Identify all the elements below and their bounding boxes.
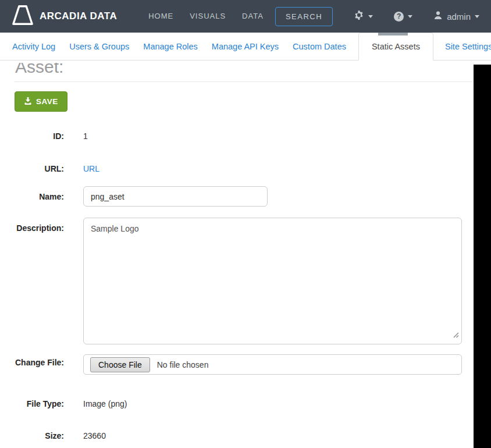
asset-form: ID: 1 URL: URL Name: Description: Sample… xyxy=(15,130,473,442)
url-row: URL: URL xyxy=(15,163,473,175)
title-divider xyxy=(15,81,473,82)
tab-activity-log[interactable]: Activity Log xyxy=(5,33,62,60)
gear-icon xyxy=(354,10,364,23)
id-row: ID: 1 xyxy=(15,130,473,142)
url-label: URL: xyxy=(15,163,64,175)
file-type-label: File Type: xyxy=(15,398,64,410)
asset-detail-panel: Asset: SAVE ID: 1 URL: URL Name: Descrip… xyxy=(0,61,491,442)
brand-name: ARCADIA DATA xyxy=(40,10,117,22)
description-textarea[interactable]: Sample Logo xyxy=(83,218,462,344)
size-row: Size: 23660 xyxy=(15,430,473,442)
brand[interactable]: ARCADIA DATA xyxy=(12,3,117,29)
arcadia-logo-icon xyxy=(12,3,34,29)
url-link[interactable]: URL xyxy=(83,163,99,175)
nav-item-home[interactable]: HOME xyxy=(140,0,182,33)
tab-site-settings[interactable]: Site Settings xyxy=(438,33,491,60)
name-row: Name: xyxy=(15,186,473,207)
tab-manage-roles[interactable]: Manage Roles xyxy=(136,33,205,60)
id-value: 1 xyxy=(83,130,88,142)
settings-menu-active-indicator xyxy=(378,33,408,35)
description-textarea-wrap: Sample Logo xyxy=(83,218,462,344)
id-label: ID: xyxy=(15,130,64,142)
caret-down-icon xyxy=(368,15,373,18)
caret-down-icon xyxy=(475,15,479,18)
file-chosen-status: No file chosen xyxy=(157,360,209,369)
user-icon xyxy=(433,10,443,22)
resize-grip-icon[interactable] xyxy=(453,330,459,340)
main-nav: HOME VISUALS DATA xyxy=(140,0,272,33)
nav-item-visuals[interactable]: VISUALS xyxy=(182,0,234,33)
save-download-icon xyxy=(24,97,32,106)
tab-custom-dates[interactable]: Custom Dates xyxy=(286,33,353,60)
page-title: Asset: xyxy=(15,63,473,77)
search-button[interactable]: SEARCH xyxy=(275,7,333,26)
save-button-label: SAVE xyxy=(36,97,58,106)
change-file-row: Change File: Choose File No file chosen xyxy=(15,354,473,375)
page-title-clip: Asset: xyxy=(15,63,473,80)
tab-manage-api-keys[interactable]: Manage API Keys xyxy=(205,33,286,60)
user-dropdown[interactable]: admin xyxy=(433,10,479,22)
save-button[interactable]: SAVE xyxy=(15,91,67,112)
file-input[interactable]: Choose File No file chosen xyxy=(83,354,462,375)
file-type-value: Image (png) xyxy=(83,398,127,410)
navbar-right: SEARCH ? admin xyxy=(275,7,479,26)
help-icon: ? xyxy=(394,12,404,22)
settings-dropdown[interactable] xyxy=(354,10,373,23)
tab-users-groups[interactable]: Users & Groups xyxy=(62,33,136,60)
description-row: Description: Sample Logo xyxy=(15,218,473,344)
top-navbar: ARCADIA DATA HOME VISUALS DATA SEARCH ? xyxy=(0,0,491,33)
help-dropdown[interactable]: ? xyxy=(394,12,412,22)
screenshot-black-strip xyxy=(474,65,491,448)
name-input[interactable] xyxy=(83,186,268,207)
user-name-label: admin xyxy=(447,12,471,22)
description-label: Description: xyxy=(15,218,64,344)
caret-down-icon xyxy=(408,15,412,18)
name-label: Name: xyxy=(15,191,64,202)
size-value: 23660 xyxy=(83,430,106,442)
change-file-label: Change File: xyxy=(15,354,64,375)
choose-file-button[interactable]: Choose File xyxy=(90,357,150,372)
settings-tab-bar: Activity Log Users & Groups Manage Roles… xyxy=(0,33,491,61)
tab-static-assets[interactable]: Static Assets xyxy=(358,33,433,61)
file-type-row: File Type: Image (png) xyxy=(15,398,473,410)
nav-item-data[interactable]: DATA xyxy=(234,0,272,33)
size-label: Size: xyxy=(15,430,64,442)
